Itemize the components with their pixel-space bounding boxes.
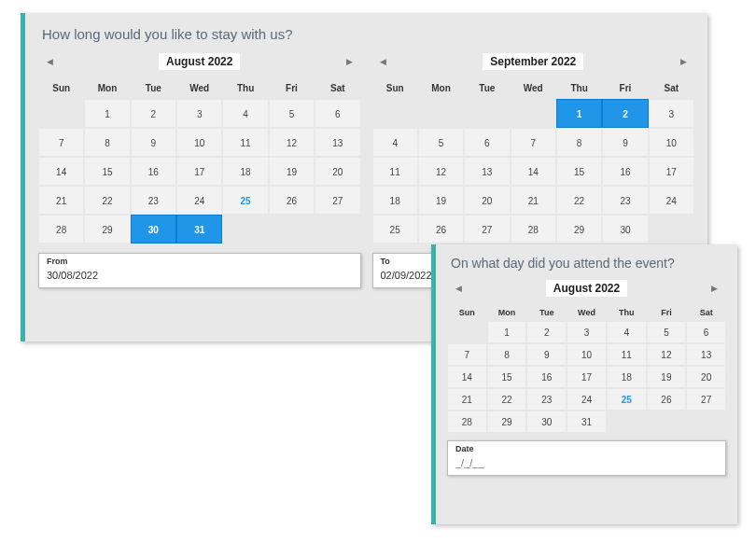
calendar-day[interactable]: 21 (511, 186, 556, 215)
calendar-day[interactable]: 27 (686, 388, 726, 411)
calendar-day[interactable]: 14 (511, 157, 556, 186)
calendar-day[interactable]: 20 (686, 366, 726, 388)
calendar-day[interactable]: 20 (464, 186, 510, 215)
prev-month-icon[interactable]: ◀ (42, 57, 57, 66)
calendar-day[interactable]: 16 (131, 157, 176, 186)
calendar-day[interactable]: 24 (176, 186, 222, 215)
calendar-day[interactable]: 13 (464, 157, 510, 186)
calendar-day[interactable]: 25 (372, 215, 418, 244)
calendar-day[interactable]: 29 (84, 215, 130, 244)
calendar-day[interactable]: 15 (84, 157, 130, 186)
calendar-day[interactable]: 6 (686, 321, 726, 343)
calendar-day[interactable]: 17 (567, 366, 607, 388)
calendar-day[interactable]: 22 (84, 186, 130, 215)
calendar-day[interactable]: 21 (38, 186, 84, 215)
calendar-day[interactable]: 3 (567, 321, 607, 343)
calendar-day[interactable]: 18 (607, 366, 647, 388)
calendar-day[interactable]: 15 (487, 366, 527, 388)
calendar-day[interactable]: 28 (38, 215, 84, 244)
calendar-day[interactable]: 26 (647, 388, 687, 411)
calendar-day[interactable]: 31 (567, 411, 607, 433)
calendar-day[interactable]: 17 (649, 157, 694, 186)
calendar-day[interactable]: 9 (131, 128, 176, 157)
calendar-day[interactable]: 9 (602, 128, 648, 157)
calendar-day[interactable]: 30 (602, 215, 648, 244)
calendar-day[interactable]: 12 (647, 343, 687, 366)
calendar-day[interactable]: 1 (556, 99, 602, 128)
calendar-day[interactable]: 25 (222, 186, 268, 215)
calendar-day[interactable]: 11 (222, 128, 268, 157)
calendar-day[interactable]: 5 (418, 128, 464, 157)
calendar-day[interactable]: 30 (131, 215, 176, 244)
calendar-day[interactable]: 12 (269, 128, 315, 157)
calendar-day[interactable]: 1 (84, 99, 130, 128)
calendar-day[interactable]: 4 (372, 128, 418, 157)
date-field[interactable]: Date (447, 440, 726, 476)
calendar-day[interactable]: 24 (649, 186, 694, 215)
calendar-day[interactable]: 31 (176, 215, 222, 244)
prev-month-icon[interactable]: ◀ (451, 284, 466, 293)
calendar-day[interactable]: 28 (447, 411, 487, 433)
calendar-day[interactable]: 3 (176, 99, 222, 128)
calendar-day[interactable]: 5 (647, 321, 687, 343)
calendar-day[interactable]: 18 (222, 157, 268, 186)
calendar-day[interactable]: 4 (222, 99, 268, 128)
next-month-icon[interactable]: ▶ (676, 57, 691, 66)
calendar-day[interactable]: 16 (526, 366, 567, 388)
calendar-day[interactable]: 19 (269, 157, 315, 186)
calendar-day[interactable]: 21 (447, 388, 487, 411)
next-month-icon[interactable]: ▶ (342, 57, 357, 66)
calendar-day[interactable]: 13 (686, 343, 726, 366)
calendar-day[interactable]: 10 (176, 128, 222, 157)
calendar-day[interactable]: 23 (526, 388, 567, 411)
calendar-day[interactable]: 8 (487, 343, 527, 366)
calendar-day[interactable]: 19 (418, 186, 464, 215)
calendar-day[interactable]: 10 (649, 128, 694, 157)
calendar-day[interactable]: 4 (607, 321, 647, 343)
calendar-day[interactable]: 1 (487, 321, 527, 343)
prev-month-icon[interactable]: ◀ (376, 57, 391, 66)
calendar-day[interactable]: 11 (372, 157, 418, 186)
calendar-day[interactable]: 12 (418, 157, 464, 186)
calendar-day[interactable]: 15 (556, 157, 602, 186)
from-field[interactable]: From (38, 253, 361, 288)
calendar-day[interactable]: 29 (487, 411, 527, 433)
calendar-day[interactable]: 29 (556, 215, 602, 244)
next-month-icon[interactable]: ▶ (707, 284, 722, 293)
calendar-day[interactable]: 20 (315, 157, 360, 186)
calendar-day[interactable]: 18 (372, 186, 418, 215)
calendar-day[interactable]: 24 (567, 388, 607, 411)
calendar-day[interactable]: 3 (649, 99, 694, 128)
calendar-day[interactable]: 9 (526, 343, 567, 366)
calendar-day[interactable]: 23 (131, 186, 176, 215)
calendar-day[interactable]: 7 (511, 128, 556, 157)
calendar-day[interactable]: 7 (447, 343, 487, 366)
calendar-day[interactable]: 19 (647, 366, 687, 388)
from-input[interactable] (47, 270, 353, 281)
date-input[interactable] (455, 457, 718, 468)
calendar-day[interactable]: 30 (526, 411, 567, 433)
calendar-day[interactable]: 17 (176, 157, 222, 186)
calendar-day[interactable]: 14 (38, 157, 84, 186)
calendar-day[interactable]: 8 (84, 128, 130, 157)
calendar-day[interactable]: 13 (315, 128, 360, 157)
calendar-day[interactable]: 6 (464, 128, 510, 157)
calendar-day[interactable]: 2 (526, 321, 567, 343)
calendar-day[interactable]: 11 (607, 343, 647, 366)
calendar-day[interactable]: 16 (602, 157, 648, 186)
calendar-day[interactable]: 14 (447, 366, 487, 388)
calendar-day[interactable]: 28 (511, 215, 556, 244)
calendar-day[interactable]: 27 (315, 186, 360, 215)
calendar-day[interactable]: 26 (269, 186, 315, 215)
calendar-day[interactable]: 23 (602, 186, 648, 215)
calendar-day[interactable]: 10 (567, 343, 607, 366)
calendar-day[interactable]: 2 (602, 99, 648, 128)
calendar-day[interactable]: 26 (418, 215, 464, 244)
calendar-day[interactable]: 27 (464, 215, 510, 244)
calendar-day[interactable]: 25 (607, 388, 647, 411)
calendar-day[interactable]: 8 (556, 128, 602, 157)
calendar-day[interactable]: 5 (269, 99, 315, 128)
calendar-day[interactable]: 2 (131, 99, 176, 128)
calendar-day[interactable]: 22 (487, 388, 527, 411)
calendar-day[interactable]: 6 (315, 99, 360, 128)
